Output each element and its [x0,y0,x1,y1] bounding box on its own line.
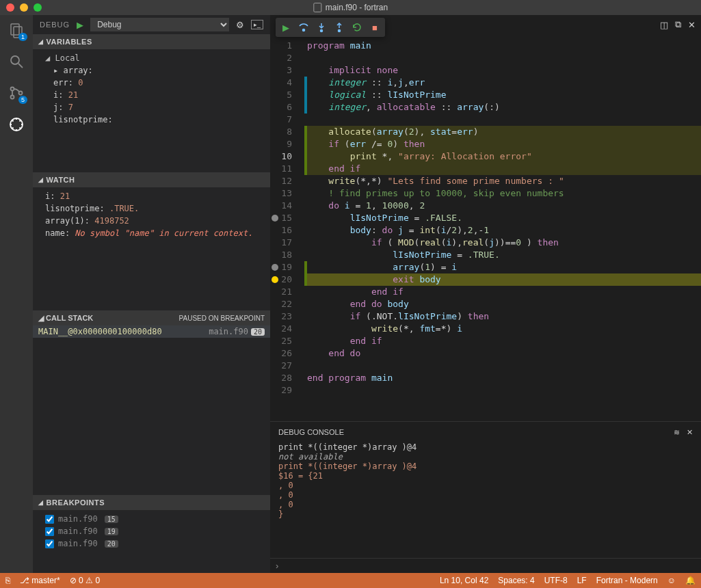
restart-button[interactable] [349,20,365,35]
console-output[interactable]: print *((integer *)array )@4not availabl… [270,442,701,558]
status-problems[interactable]: ⊘ 0 ⚠ 0 [70,576,100,585]
watch-header[interactable]: ◢WATCH [33,172,270,187]
close-window[interactable] [6,3,14,12]
scm-tab[interactable]: 5 [7,83,26,103]
status-branch[interactable]: ⎇ master* [20,576,60,585]
status-bar: ⎘ ⎇ master* ⊘ 0 ⚠ 0 Ln 10, Col 42 Spaces… [0,573,701,588]
status-spaces[interactable]: Spaces: 4 [498,576,534,585]
status-feedback-icon[interactable]: ☺ [667,576,676,585]
variable-row[interactable]: ▸ array: [33,64,270,77]
watch-row[interactable]: array(1): 4198752 [33,215,270,227]
window-title: main.f90 - fortran [326,3,388,12]
breakpoints-header[interactable]: ◢BREAKPOINTS [33,495,270,510]
breakpoint-checkbox[interactable] [45,515,54,524]
debug-sidebar: DEBUG ▶ Debug ⚙ ▸_ ◢VARIABLES ◢ Local ▸ … [33,15,270,573]
debug-tab[interactable] [7,115,26,134]
open-changes-icon[interactable]: ⧉ [675,19,681,30]
debug-toolbar: ▶ ■ [276,18,385,37]
start-debug-button[interactable]: ▶ [77,20,83,30]
step-into-button[interactable] [313,20,330,35]
status-notifications-icon[interactable]: 🔔 [685,576,696,585]
debug-config-select[interactable]: Debug [90,18,229,31]
svg-point-6 [19,92,23,95]
stop-button[interactable]: ■ [367,20,383,35]
console-close-icon[interactable]: ✕ [687,428,693,436]
breakpoint-row[interactable]: main.f90 20 [33,537,270,550]
explorer-tab[interactable]: 1 [7,21,26,40]
titlebar: main.f90 - fortran [0,0,701,15]
debug-label: DEBUG [40,21,70,29]
debug-console-icon[interactable]: ▸_ [251,20,263,29]
variable-row[interactable]: j: 7 [33,101,270,113]
breakpoint-row[interactable]: main.f90 19 [33,525,270,537]
status-eol[interactable]: LF [577,576,587,585]
activity-bar: 1 5 [0,15,33,573]
watch-row[interactable]: name: No symbol "name" in current contex… [33,227,270,239]
status-position[interactable]: Ln 10, Col 42 [440,576,488,585]
callstack-header[interactable]: ◢ CALL STACKPAUSED ON BREAKPOINT [33,310,270,325]
variables-header[interactable]: ◢VARIABLES [33,34,270,49]
file-icon [313,3,321,12]
debug-settings-icon[interactable]: ⚙ [236,20,244,30]
svg-point-10 [339,30,341,32]
variable-row[interactable]: lisnotprime: [33,113,270,126]
svg-point-4 [11,88,14,91]
callstack-frame[interactable]: MAIN__@0x0000000100000d80main.f9020 [33,325,270,338]
step-over-button[interactable] [295,20,312,35]
console-title: DEBUG CONSOLE [278,428,344,436]
continue-button[interactable]: ▶ [278,20,294,35]
variable-row[interactable]: i: 21 [33,89,270,101]
status-remote-icon[interactable]: ⎘ [5,576,10,585]
status-encoding[interactable]: UTF-8 [544,576,568,585]
split-editor-icon[interactable]: ◫ [660,20,668,30]
breakpoint-checkbox[interactable] [45,539,54,548]
svg-rect-0 [11,24,19,35]
svg-point-9 [321,30,323,32]
watch-row[interactable]: i: 21 [33,190,270,202]
step-out-button[interactable] [331,20,347,35]
svg-line-3 [18,64,23,68]
console-clear-icon[interactable]: ≋ [674,428,680,436]
minimize-window[interactable] [20,3,28,12]
breakpoint-row[interactable]: main.f90 15 [33,513,270,525]
debug-console-panel: DEBUG CONSOLE ≋✕ print *((integer *)arra… [270,421,701,558]
maximize-window[interactable] [34,3,42,12]
breakpoint-checkbox[interactable] [45,527,54,536]
status-language[interactable]: Fortran - Modern [596,576,658,585]
breadcrumb-bar[interactable]: › [270,558,701,573]
watch-row[interactable]: lisnotprime: .TRUE. [33,202,270,215]
variables-scope[interactable]: ◢ Local [33,52,270,64]
code-editor[interactable]: 1234567891011121314151617181920212223242… [270,15,701,421]
svg-point-7 [10,118,23,131]
variable-row[interactable]: err: 0 [33,77,270,89]
close-editor-icon[interactable]: ✕ [688,20,696,30]
search-tab[interactable] [7,52,26,71]
svg-point-5 [11,96,14,99]
svg-point-8 [303,29,305,31]
svg-point-2 [11,56,19,64]
